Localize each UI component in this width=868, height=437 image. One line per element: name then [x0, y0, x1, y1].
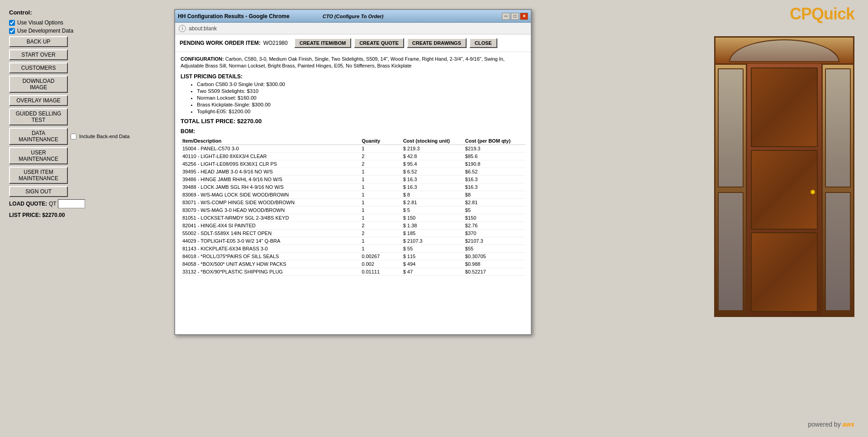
- bom-cell-qty-14: 0.00267: [360, 252, 401, 260]
- close-button[interactable]: CLOSE: [469, 38, 497, 48]
- create-drawings-button[interactable]: CREATE DRAWINGS: [407, 38, 467, 48]
- door-panel-3: [751, 232, 818, 312]
- bom-cell-cost-bom-8: $5: [463, 206, 525, 214]
- bom-cell-cost-bom-11: $370: [463, 229, 525, 237]
- guided-selling-button[interactable]: GUIDED SELLING TEST: [9, 108, 68, 125]
- pricing-item-1: Two S509 Sidelights: $310: [197, 88, 525, 94]
- bom-table: Item/Description Quanity Cost (stocking …: [181, 137, 525, 276]
- load-quote-label: LOAD QUOTE:: [9, 201, 47, 207]
- load-quote-suffix: QT: [49, 201, 57, 207]
- user-maintenance-button[interactable]: USER MAINTENANCE: [9, 147, 68, 164]
- dev-data-checkbox[interactable]: [9, 28, 15, 34]
- visual-options-checkbox[interactable]: [9, 20, 15, 26]
- bom-cell-cost-stock-7: $ 2.81: [401, 198, 463, 206]
- bom-cell-cost-stock-8: $ 5: [401, 206, 463, 214]
- bom-cell-cost-stock-11: $ 185: [401, 229, 463, 237]
- info-icon[interactable]: i: [179, 25, 186, 32]
- bom-cell-cost-bom-7: $2.81: [463, 198, 525, 206]
- download-image-button[interactable]: DOWNLOAD IMAGE: [9, 76, 68, 93]
- bom-cell-item-11: 55002 - SDLT-S589X 14IN RECT OPEN: [181, 229, 360, 237]
- customers-button[interactable]: CUSTOMERS: [9, 62, 68, 73]
- bom-cell-cost-stock-10: $ 1.38: [401, 221, 463, 229]
- config-label: CONFIGURATION:: [181, 56, 224, 62]
- bom-cell-cost-stock-12: $ 2107.3: [401, 237, 463, 245]
- user-item-maintenance-button[interactable]: USER ITEM MAINTENANCE: [9, 167, 68, 184]
- data-maintenance-button[interactable]: DATA MAINTENANCE: [9, 128, 68, 145]
- toolbar-row: PENDING WORK ORDER ITEM: WO21980 CREATE …: [175, 34, 531, 52]
- door-toplight-arch: [729, 39, 839, 62]
- pricing-header: LIST PRICING DETAILS:: [181, 73, 525, 80]
- bom-cell-cost-bom-9: $150: [463, 214, 525, 221]
- bom-row-3: 39495 - HEAD JAMB 3-0 4-9/16 NO W/S 1 $ …: [181, 168, 525, 175]
- title-bar: HH Configuration Results - Google Chrome…: [175, 10, 531, 23]
- col-header-cost-stock: Cost (stocking unit): [401, 137, 463, 145]
- cpquick-branding: CPQuick: [790, 5, 854, 24]
- include-backend-checkbox[interactable]: [71, 134, 76, 139]
- chrome-window: HH Configuration Results - Google Chrome…: [174, 9, 532, 335]
- config-value: Carbon, C580, 3-0, Medium Oak Finish, Si…: [181, 56, 505, 68]
- bom-cell-cost-bom-3: $6.52: [463, 168, 525, 175]
- door-sidelight-right: [821, 64, 853, 316]
- sign-out-button[interactable]: SIGN OUT: [9, 186, 68, 197]
- door-main-panel: [747, 64, 821, 316]
- minimize-button[interactable]: ─: [502, 13, 510, 20]
- bom-cell-cost-stock-6: $ 8: [401, 191, 463, 198]
- bom-cell-cost-stock-0: $ 219.3: [401, 144, 463, 152]
- overlay-image-button[interactable]: OVERLAY IMAGE: [9, 95, 68, 106]
- create-item-bom-button[interactable]: CREATE ITEM/BOM: [294, 38, 351, 48]
- bom-cell-cost-bom-2: $190.8: [463, 160, 525, 168]
- back-up-button[interactable]: BACK UP: [9, 36, 68, 47]
- bom-cell-item-1: 40110 - LIGHT-LE80 8X6X3/4 CLEAR: [181, 152, 360, 160]
- sidelight-glass-left-2: [718, 192, 744, 311]
- bom-cell-qty-10: 2: [360, 221, 401, 229]
- window-close-button[interactable]: ✕: [520, 13, 528, 20]
- bom-table-header-row: Item/Description Quanity Cost (stocking …: [181, 137, 525, 145]
- bom-row-10: 82041 - HINGE-4X4 SI PAINTED 2 $ 1.38 $2…: [181, 221, 525, 229]
- sidelight-glass-left: [718, 68, 744, 187]
- bom-row-8: 83070 - W/S-MAG 3-0 HEAD WOOD/BROWN 1 $ …: [181, 206, 525, 214]
- door-knob: [811, 190, 815, 194]
- create-quote-button[interactable]: CREATE QUOTE: [354, 38, 404, 48]
- bom-cell-qty-6: 1: [360, 191, 401, 198]
- bom-row-7: 83071 - W/S-COMP HINGE SIDE WOOD/BROWN 1…: [181, 198, 525, 206]
- content-area: PENDING WORK ORDER ITEM: WO21980 CREATE …: [175, 34, 531, 334]
- start-over-button[interactable]: START OVER: [9, 49, 68, 60]
- bom-cell-cost-stock-13: $ 55: [401, 245, 463, 252]
- scrollable-content[interactable]: CONFIGURATION: Carbon, C580, 3-0, Medium…: [175, 52, 531, 334]
- bom-cell-item-6: 83069 - W/S-MAG LOCK SIDE WOOD/BROWN: [181, 191, 360, 198]
- bom-cell-cost-bom-4: $16.3: [463, 175, 525, 183]
- bom-cell-item-4: 39486 - HINGE JAMB RH/HL 4-9/16 NO W/S: [181, 175, 360, 183]
- dev-data-label: Use Development Data: [17, 28, 73, 34]
- bom-cell-qty-13: 1: [360, 245, 401, 252]
- bom-cell-item-0: 15004 - PANEL-C570 3-0: [181, 144, 360, 152]
- bom-cell-cost-bom-13: $55: [463, 245, 525, 252]
- load-quote-input[interactable]: [58, 199, 85, 208]
- sidelight-glass-right: [825, 68, 851, 187]
- bom-cell-cost-stock-2: $ 95.4: [401, 160, 463, 168]
- col-header-item: Item/Description: [181, 137, 360, 145]
- pricing-item-0: Carbon C580 3-0 Single Unit: $300.00: [197, 82, 525, 87]
- total-price: TOTAL LIST PRICE: $2270.00: [181, 118, 525, 125]
- bom-cell-item-9: 81051 - LOCKSET-NRMDY SGL 2-3/4BS KEYD: [181, 214, 360, 221]
- bom-cell-cost-stock-5: $ 16.3: [401, 183, 463, 191]
- sidebar: Control: Use Visual Options Use Developm…: [0, 0, 167, 437]
- visual-options-row: Use Visual Options: [9, 19, 158, 26]
- bom-cell-cost-bom-14: $0.30705: [463, 252, 525, 260]
- bom-cell-item-12: 44029 - TOPLIGHT-E05 3-0 W/2 14" Q-BRA: [181, 237, 360, 245]
- bom-cell-item-16: 33132 - *BOX/90*PLASTIC SHIPPING PLUG: [181, 268, 360, 275]
- bom-cell-cost-stock-9: $ 150: [401, 214, 463, 221]
- bom-cell-item-10: 82041 - HINGE-4X4 SI PAINTED: [181, 221, 360, 229]
- bom-cell-cost-stock-16: $ 47: [401, 268, 463, 275]
- bom-row-11: 55002 - SDLT-S589X 14IN RECT OPEN 2 $ 18…: [181, 229, 525, 237]
- aws-text: aws: [843, 421, 854, 428]
- load-quote-row: LOAD QUOTE: QT: [9, 199, 158, 208]
- bom-cell-cost-stock-3: $ 6.52: [401, 168, 463, 175]
- maximize-button[interactable]: □: [511, 13, 519, 20]
- bom-row-6: 83069 - W/S-MAG LOCK SIDE WOOD/BROWN 1 $…: [181, 191, 525, 198]
- configuration-line: CONFIGURATION: Carbon, C580, 3-0, Medium…: [181, 56, 525, 70]
- include-backend-label: Include Back-end Data: [79, 134, 129, 139]
- sidelight-glass-right-2: [825, 192, 851, 311]
- brand-quick: Quick: [811, 5, 854, 23]
- door-panel-1: [751, 67, 818, 147]
- door-toplight: [715, 38, 853, 65]
